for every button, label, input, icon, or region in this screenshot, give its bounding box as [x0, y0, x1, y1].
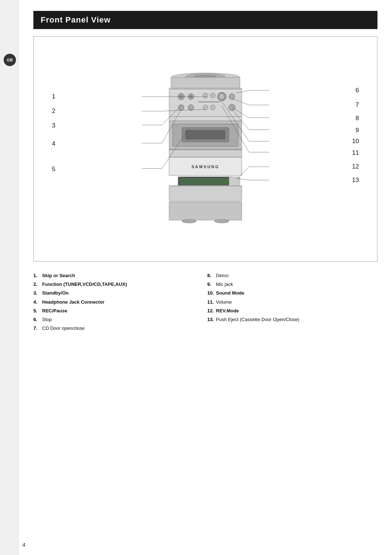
- desc-item-13: 13. Push Eject (Cassette Door Open/Close…: [207, 316, 374, 323]
- desc-num-9: 9.: [207, 281, 215, 288]
- label-4: 4: [52, 140, 55, 147]
- label-5: 5: [52, 166, 55, 173]
- svg-rect-43: [180, 178, 231, 185]
- desc-num-8: 8.: [207, 272, 215, 279]
- svg-rect-39: [169, 150, 242, 157]
- label-10: 10: [352, 138, 359, 145]
- desc-item-10: 10. Sound Mode: [207, 290, 374, 296]
- desc-item-4: 4. Headphone Jack Connector: [33, 299, 200, 305]
- left-sidebar: GB: [0, 0, 19, 555]
- desc-item-3: 3. Standby/On: [33, 290, 200, 296]
- svg-point-32: [210, 105, 215, 110]
- desc-text-3: Standby/On: [42, 290, 69, 296]
- desc-text-9: Mic jack: [216, 281, 233, 288]
- label-6: 6: [356, 87, 359, 94]
- desc-num-6: 6.: [33, 316, 41, 323]
- desc-col-left: 1. Skip or Search 2. Function (TUNER,VCD…: [33, 272, 204, 334]
- desc-item-7: 7. CD Door open/close: [33, 325, 200, 332]
- diagram-area: 1 2 3 4 5 6 7 8 9 10 11 12 13: [41, 48, 370, 251]
- title-bar: Front Panel View: [33, 11, 377, 29]
- desc-num-13: 13.: [207, 316, 215, 323]
- desc-item-5: 5. REC/Pause: [33, 308, 200, 314]
- description-section: 1. Skip or Search 2. Function (TUNER,VCD…: [33, 272, 377, 334]
- label-2: 2: [52, 108, 55, 115]
- desc-columns: 1. Skip or Search 2. Function (TUNER,VCD…: [33, 272, 377, 334]
- desc-item-12: 12. REV.Mode: [207, 308, 374, 314]
- page-number: 4: [19, 542, 25, 548]
- svg-text:SAMSUNG: SAMSUNG: [191, 165, 219, 169]
- desc-text-4: Headphone Jack Connector: [42, 299, 105, 305]
- label-1: 1: [52, 93, 55, 100]
- label-3: 3: [52, 122, 55, 129]
- desc-text-5: REC/Pause: [42, 308, 67, 314]
- svg-rect-19: [169, 90, 242, 91]
- svg-rect-16: [171, 77, 240, 88]
- desc-text-1: Skip or Search: [42, 272, 75, 279]
- desc-num-7: 7.: [33, 325, 41, 332]
- desc-col-right: 8. Demo 9. Mic jack 10. Sound Mode 11. V…: [204, 272, 377, 334]
- desc-item-1: 1. Skip or Search: [33, 272, 200, 279]
- diagram-container: 1 2 3 4 5 6 7 8 9 10 11 12 13: [33, 36, 377, 262]
- desc-text-11: Volume: [216, 299, 232, 305]
- desc-item-9: 9. Mic jack: [207, 281, 374, 288]
- desc-num-2: 2.: [33, 281, 41, 288]
- svg-point-25: [210, 93, 215, 98]
- label-8: 8: [356, 115, 359, 122]
- label-12: 12: [352, 163, 359, 170]
- main-content: Front Panel View 1 2 3 4 5 6 7 8 9 10 11…: [19, 0, 392, 345]
- desc-num-11: 11.: [207, 299, 215, 305]
- svg-point-48: [215, 219, 229, 223]
- desc-text-2: Function (TUNER,VCD/CD,TAPE,AUX): [42, 281, 127, 288]
- desc-text-12: REV.Mode: [216, 308, 239, 314]
- page-title: Front Panel View: [41, 15, 370, 25]
- svg-point-30: [188, 105, 194, 110]
- svg-point-27: [219, 94, 224, 99]
- label-7: 7: [356, 101, 359, 109]
- device-svg: SAMSUNG: [142, 58, 269, 233]
- desc-item-8: 8. Demo: [207, 272, 374, 279]
- label-9: 9: [356, 127, 359, 134]
- label-13: 13: [352, 177, 359, 184]
- label-11: 11: [352, 149, 359, 157]
- desc-item-2: 2. Function (TUNER,VCD/CD,TAPE,AUX): [33, 281, 200, 288]
- svg-rect-38: [185, 130, 225, 139]
- desc-num-5: 5.: [33, 308, 41, 314]
- desc-text-13: Push Eject (Cassette Door Open/Close): [216, 316, 299, 323]
- desc-text-7: CD Door open/close: [42, 325, 85, 332]
- desc-text-6: Stop: [42, 316, 52, 323]
- desc-text-8: Demo: [216, 272, 229, 279]
- desc-item-11: 11. Volume: [207, 299, 374, 305]
- desc-item-6: 6. Stop: [33, 316, 200, 323]
- device-illustration: SAMSUNG: [142, 58, 269, 234]
- svg-rect-18: [169, 88, 242, 90]
- svg-point-47: [182, 219, 196, 223]
- svg-rect-34: [198, 101, 220, 102]
- svg-point-24: [203, 93, 208, 98]
- svg-point-28: [229, 94, 235, 100]
- desc-num-1: 1.: [33, 272, 41, 279]
- gb-badge: GB: [4, 54, 16, 66]
- desc-num-12: 12.: [207, 308, 215, 314]
- desc-num-10: 10.: [207, 290, 215, 296]
- svg-rect-46: [169, 202, 242, 220]
- desc-num-3: 3.: [33, 290, 41, 296]
- desc-text-10: Sound Mode: [216, 290, 244, 296]
- svg-rect-45: [169, 186, 242, 200]
- desc-num-4: 4.: [33, 299, 41, 305]
- diagram-layout: 1 2 3 4 5 6 7 8 9 10 11 12 13: [41, 58, 370, 240]
